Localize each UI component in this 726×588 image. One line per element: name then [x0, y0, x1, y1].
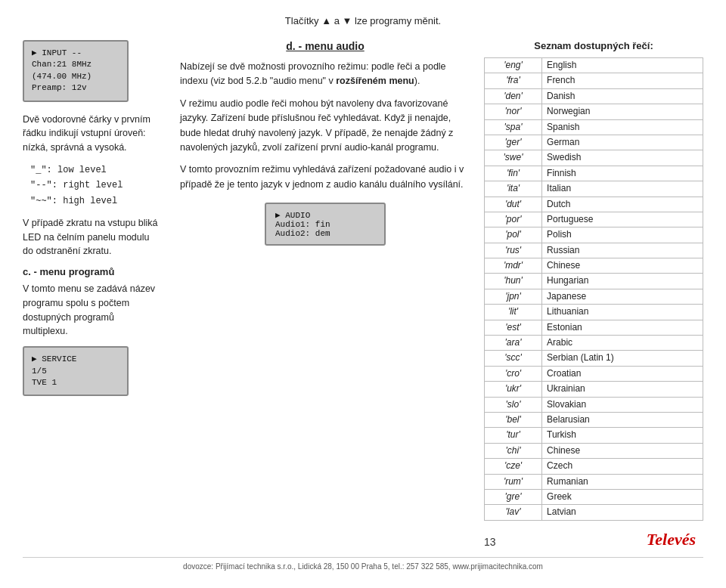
language-row: 'por'Portuguese [485, 212, 703, 227]
language-code: 'ara' [485, 336, 542, 351]
language-name: Chinese [542, 258, 703, 274]
language-row: 'fra'French [485, 73, 703, 88]
right-column: Seznam dostupných řečí: 'eng'English'fra… [484, 40, 703, 549]
language-code: 'ger' [485, 135, 542, 150]
language-code: 'dut' [485, 197, 542, 212]
language-row: 'lit'Lithuanian [485, 305, 703, 320]
language-row: 'jpn'Japanese [485, 289, 703, 304]
language-row: 'slo'Slovakian [485, 397, 703, 412]
language-row: 'den'Danish [485, 88, 703, 104]
language-row: 'hun'Hungarian [485, 274, 703, 289]
level-list: "_": low level "--": right level "~~": h… [30, 162, 159, 209]
language-row: 'fin'Finnish [485, 166, 703, 181]
language-row: 'chi'Chinese [485, 443, 703, 458]
short-circuit-text: V případě zkratu na vstupu bliká LED na … [23, 216, 159, 258]
language-code: 'gre' [485, 489, 542, 504]
language-code: 'ukr' [485, 382, 542, 397]
language-row: 'cro'Croatian [485, 366, 703, 381]
language-name: Dutch [542, 197, 703, 212]
language-name: Belarusian [542, 412, 703, 427]
language-code: 'rus' [485, 243, 542, 258]
bold-phrase: rozšířeném menu [336, 76, 414, 86]
language-row: 'cze'Czech [485, 459, 703, 474]
section-c-text: V tomto menu se zadává název programu sp… [23, 282, 159, 339]
language-code: 'cro' [485, 366, 542, 381]
language-row: 'spa'Spanish [485, 119, 703, 135]
language-table: 'eng'English'fra'French'den'Danish'nor'N… [484, 57, 703, 521]
language-code: 'cze' [485, 459, 542, 474]
language-name: Polish [542, 227, 703, 243]
language-row: 'ukr'Ukrainian [485, 382, 703, 397]
language-code: 'jpn' [485, 289, 542, 304]
language-name: Czech [542, 459, 703, 474]
language-code: 'lav' [485, 505, 542, 520]
language-code: 'pol' [485, 227, 542, 243]
language-code: 'mdr' [485, 258, 542, 274]
language-row: 'nor'Norwegian [485, 104, 703, 119]
language-name: Latvian [542, 505, 703, 520]
intro-text: Dvě vodorovné čárky v prvním řádku indik… [23, 113, 159, 155]
language-row: 'scc'Serbian (Latin 1) [485, 351, 703, 366]
lcd-screen-1: ▶ INPUT -- Chan:21 8MHz (474.00 MHz) Pre… [23, 40, 129, 102]
language-code: 'hun' [485, 274, 542, 289]
language-name: Ukrainian [542, 382, 703, 397]
language-code: 'den' [485, 88, 542, 104]
language-code: 'ita' [485, 181, 542, 197]
language-code: 'est' [485, 320, 542, 335]
language-code: 'spa' [485, 119, 542, 135]
language-row: 'lav'Latvian [485, 505, 703, 520]
language-code: 'rum' [485, 474, 542, 489]
middle-para3: V tomto provozním režimu vyhledává zaříz… [180, 162, 470, 192]
middle-para2: V režimu audio podle řeči mohou být navo… [180, 97, 470, 156]
language-code: 'chi' [485, 443, 542, 458]
language-row: 'pol'Polish [485, 227, 703, 243]
language-row: 'gre'Greek [485, 489, 703, 504]
language-name: Norwegian [542, 104, 703, 119]
language-name: Turkish [542, 428, 703, 443]
language-name: German [542, 135, 703, 150]
lcd-screen-3: ▶ AUDIO Audio1: fin Audio2: dem [265, 203, 386, 246]
language-code: 'nor' [485, 104, 542, 119]
language-code: 'lit' [485, 305, 542, 320]
language-row: 'mdr'Chinese [485, 258, 703, 274]
language-name: Swedish [542, 150, 703, 166]
lcd-screen-2: ▶ SERVICE 1/5 TVE 1 [23, 346, 129, 396]
language-name: Croatian [542, 366, 703, 381]
language-name: Portuguese [542, 212, 703, 227]
language-row: 'swe'Swedish [485, 150, 703, 166]
language-name: Serbian (Latin 1) [542, 351, 703, 366]
brand-logo: Televés [647, 530, 703, 549]
middle-para1: Nabízejí se dvě možnosti provozního reži… [180, 60, 470, 89]
language-name: Estonian [542, 320, 703, 335]
middle-column: d. - menu audio Nabízejí se dvě možnosti… [166, 40, 484, 549]
language-name: Danish [542, 88, 703, 104]
language-row: 'ita'Italian [485, 181, 703, 197]
section-d-heading: d. - menu audio [180, 40, 470, 52]
language-name: Chinese [542, 443, 703, 458]
page-title: Tlačítky ▲ a ▼ lze programy měnit. [23, 15, 703, 26]
language-row: 'eng'English [485, 58, 703, 73]
language-code: 'scc' [485, 351, 542, 366]
language-name: Spanish [542, 119, 703, 135]
language-row: 'rus'Russian [485, 243, 703, 258]
language-row: 'bel'Belarusian [485, 412, 703, 427]
language-code: 'fra' [485, 73, 542, 88]
language-code: 'swe' [485, 150, 542, 166]
left-column: ▶ INPUT -- Chan:21 8MHz (474.00 MHz) Pre… [23, 40, 166, 549]
language-code: 'fin' [485, 166, 542, 181]
language-row: 'ger'German [485, 135, 703, 150]
language-row: 'tur'Turkish [485, 428, 703, 443]
language-name: Finnish [542, 166, 703, 181]
language-name: French [542, 73, 703, 88]
language-name: Hungarian [542, 274, 703, 289]
language-row: 'dut'Dutch [485, 197, 703, 212]
language-code: 'slo' [485, 397, 542, 412]
language-name: Arabic [542, 336, 703, 351]
language-name: Italian [542, 181, 703, 197]
language-list-heading: Seznam dostupných řečí: [484, 40, 703, 51]
language-name: Greek [542, 489, 703, 504]
language-row: 'ara'Arabic [485, 336, 703, 351]
language-code: 'por' [485, 212, 542, 227]
language-name: Lithuanian [542, 305, 703, 320]
language-code: 'bel' [485, 412, 542, 427]
